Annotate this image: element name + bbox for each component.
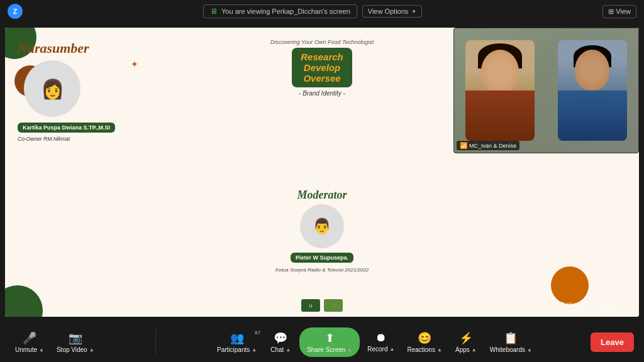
person-body-left — [465, 90, 535, 141]
video-content — [454, 28, 638, 153]
title-line2: Develop — [301, 62, 343, 73]
logos-area: U 🌿 — [301, 299, 343, 312]
logo-1: U — [301, 299, 320, 312]
apps-caret: ▲ — [472, 347, 477, 353]
reactions-icon: 😊 — [418, 331, 431, 345]
view-button[interactable]: ⊞ View — [602, 5, 636, 18]
share-screen-label: Share Screen — [307, 346, 345, 353]
leave-button[interactable]: Leave — [591, 332, 634, 352]
reactions-label-group: Reactions ▲ — [407, 346, 441, 353]
left-speaker-name: Kartika Puspa Dwiana S.TP.,M.SI — [18, 123, 115, 133]
mic-icon: 🎤 — [23, 331, 36, 345]
participants-label-group: Participants ▲ — [217, 346, 257, 353]
toolbar-center-group: 👥 Participants ▲ 67 💬 Chat ▲ ⬆ Share Scr… — [212, 327, 537, 357]
record-button[interactable]: ⏺ Record ▲ — [362, 329, 399, 355]
apps-label-group: Apps ▲ — [455, 346, 477, 353]
apps-button[interactable]: ⚡ Apps ▲ — [450, 329, 482, 356]
presentation-subtitle: Discovering Your Own Food Technologist — [253, 39, 391, 45]
video-name-badge: 📶 MC_Ivan & Denise — [457, 141, 519, 150]
title-line1: Research — [301, 52, 343, 62]
person-body-right — [558, 90, 627, 141]
left-speaker-role: Co-Owner RM.Nikmat — [18, 136, 131, 142]
participants-icon: 👥 — [230, 331, 244, 345]
bottom-toolbar: 🎤 Unmute ▲ 📷 Stop Video ▲ 👥 Participants… — [0, 322, 644, 362]
record-label-group: Record ▲ — [367, 346, 394, 353]
whiteboards-caret: ▲ — [527, 347, 532, 353]
left-speaker-avatar: 👩 — [24, 60, 80, 117]
moderator-name: Pieter W Supusepa. — [291, 253, 353, 263]
apps-label: Apps — [455, 346, 470, 353]
moderator-avatar: 👨 — [300, 204, 344, 248]
monitor-icon: 🖥 — [210, 7, 218, 16]
video-icon: 📷 — [69, 331, 82, 345]
view-options-caret: ▼ — [411, 9, 416, 14]
whiteboards-label: Whiteboards — [490, 346, 525, 353]
apps-icon: ⚡ — [459, 331, 473, 345]
stop-video-label-group: Stop Video ▲ — [57, 346, 94, 353]
blob-br-orange — [551, 266, 589, 304]
left-speaker-section: Narasumber 👩 Kartika Puspa Dwiana S.TP.,… — [18, 40, 131, 142]
participant-name: MC_Ivan & Denise — [469, 143, 516, 149]
screen-banner-text: You are viewing Perkap_Dicchan's screen — [221, 8, 350, 15]
blob-bl-green — [5, 285, 43, 317]
share-screen-label-group: Share Screen ▲ — [307, 346, 352, 353]
unmute-label-group: Unmute ▲ — [15, 346, 44, 353]
reactions-button[interactable]: 😊 Reactions ▲ — [402, 329, 447, 356]
star-2: ✦ — [131, 59, 138, 69]
person-left — [465, 40, 535, 141]
title-line3: Oversee — [301, 73, 343, 84]
top-right-controls: ⊞ View — [602, 5, 636, 18]
stop-video-caret: ▲ — [89, 347, 94, 353]
presentation-main-title: Research Develop Oversee — [292, 48, 352, 87]
share-screen-button[interactable]: ⬆ Share Screen ▲ — [299, 327, 360, 357]
view-icon: ⊞ — [608, 8, 614, 16]
moderator-section: Moderator 👨 Pieter W Supusepa. Ketua Soe… — [265, 189, 379, 273]
participants-button[interactable]: 👥 Participants ▲ 67 — [212, 329, 262, 356]
participants-caret: ▲ — [252, 347, 257, 353]
share-screen-caret: ▲ — [347, 347, 352, 353]
toolbar-divider-1 — [155, 329, 156, 354]
chat-icon: 💬 — [274, 331, 287, 345]
whiteboards-icon: 📋 — [504, 331, 518, 345]
record-icon: ⏺ — [375, 331, 387, 344]
record-label: Record — [367, 346, 387, 353]
stop-video-button[interactable]: 📷 Stop Video ▲ — [52, 329, 99, 356]
participants-label: Participants — [217, 346, 250, 353]
unmute-label: Unmute — [15, 346, 37, 353]
activate-windows-line1: Activate Windows — [538, 300, 638, 308]
reactions-label: Reactions — [407, 346, 435, 353]
chat-label-group: Chat ▲ — [270, 346, 291, 353]
view-label: View — [616, 8, 631, 15]
person-face-left — [481, 50, 519, 94]
moderator-label: Moderator — [265, 189, 379, 202]
participants-count: 67 — [255, 330, 260, 336]
view-options-label: View Options — [368, 8, 409, 15]
brand-identity-text: - Brand Identity - — [253, 90, 391, 97]
activate-windows-watermark: Activate Windows Go to Settings to activ… — [538, 300, 638, 315]
logo-2: 🌿 — [324, 299, 343, 312]
zoom-logo: Z — [8, 4, 23, 19]
participant-video: 📶 MC_Ivan & Denise — [453, 28, 639, 153]
share-screen-icon: ⬆ — [325, 331, 335, 345]
presentation-title-area: Discovering Your Own Food Technologist R… — [253, 39, 391, 97]
person-right — [558, 40, 627, 141]
reactions-caret: ▲ — [437, 347, 442, 353]
left-narasumber-label: Narasumber — [18, 40, 131, 57]
screen-banner: 🖥 You are viewing Perkap_Dicchan's scree… — [203, 4, 357, 18]
whiteboards-button[interactable]: 📋 Whiteboards ▲ — [485, 329, 537, 356]
top-bar: Z 🖥 You are viewing Perkap_Dicchan's scr… — [0, 0, 644, 23]
unmute-button[interactable]: 🎤 Unmute ▲ — [10, 329, 49, 356]
signal-icon: 📶 — [460, 142, 467, 149]
chat-caret: ▲ — [286, 347, 291, 353]
toolbar-right-group: Leave — [591, 332, 634, 352]
person-face-right — [575, 50, 609, 90]
moderator-role: Ketua Soepra Radio & Televisi 2021/2022 — [265, 267, 379, 273]
activate-windows-line2: Go to Settings to activate Windows. — [538, 308, 638, 315]
toolbar-left-group: 🎤 Unmute ▲ 📷 Stop Video ▲ — [10, 329, 99, 356]
chat-button[interactable]: 💬 Chat ▲ — [264, 329, 297, 356]
chat-label: Chat — [270, 346, 284, 353]
whiteboards-label-group: Whiteboards ▲ — [490, 346, 532, 353]
unmute-caret: ▲ — [39, 347, 44, 353]
view-options-button[interactable]: View Options ▼ — [362, 5, 423, 18]
record-caret: ▲ — [390, 346, 395, 352]
